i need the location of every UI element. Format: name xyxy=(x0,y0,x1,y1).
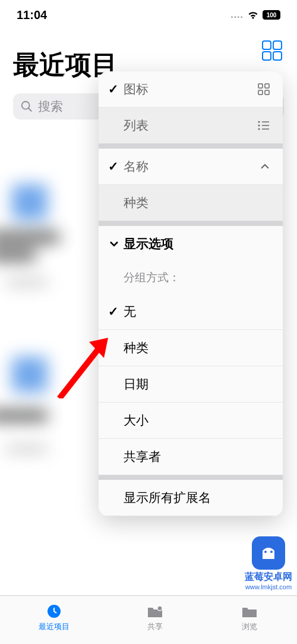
menu-group-date[interactable]: 日期 xyxy=(99,366,283,403)
svg-point-14 xyxy=(258,128,260,130)
menu-group-sharedby[interactable]: 共享者 xyxy=(99,439,283,475)
grid-icon xyxy=(260,39,284,62)
menu-view-icon[interactable]: ✓ 图标 xyxy=(99,71,283,108)
cellular-dots: .... xyxy=(230,10,244,20)
svg-point-10 xyxy=(258,121,260,123)
search-icon xyxy=(20,100,33,113)
folder-icon xyxy=(241,603,258,620)
options-menu: ✓ 图标 列表 ✓ 名称 种类 显示选项 分组方式： ✓ 无 种类 日期 大小 xyxy=(99,71,283,516)
status-time: 11:04 xyxy=(17,8,47,22)
svg-point-17 xyxy=(157,606,162,611)
svg-rect-6 xyxy=(258,84,263,88)
menu-group-kind[interactable]: 种类 xyxy=(99,330,283,366)
clock-icon xyxy=(45,603,63,620)
group-by-label: 分组方式： xyxy=(99,262,283,294)
watermark-name: 蓝莓安卓网 xyxy=(245,571,292,583)
menu-group-none[interactable]: ✓ 无 xyxy=(99,294,283,330)
svg-point-12 xyxy=(258,125,260,127)
menu-sort-name[interactable]: ✓ 名称 xyxy=(99,149,283,185)
battery-icon: 100 xyxy=(263,10,280,20)
search-placeholder: 搜索 xyxy=(38,98,63,115)
grid-small-icon xyxy=(257,82,271,96)
menu-separator xyxy=(99,475,283,480)
check-icon: ✓ xyxy=(108,304,124,319)
watermark-logo xyxy=(252,536,285,570)
android-icon xyxy=(258,542,279,564)
svg-rect-3 xyxy=(273,52,282,60)
svg-line-5 xyxy=(29,108,32,112)
svg-rect-8 xyxy=(258,90,263,95)
menu-group-size[interactable]: 大小 xyxy=(99,403,283,439)
menu-show-extensions[interactable]: 显示所有扩展名 xyxy=(99,480,283,516)
tab-browse[interactable]: 浏览 xyxy=(241,603,258,632)
svg-rect-9 xyxy=(265,90,269,95)
view-grid-button[interactable] xyxy=(260,39,284,62)
check-icon: ✓ xyxy=(108,159,124,174)
menu-separator xyxy=(99,221,283,226)
svg-rect-2 xyxy=(263,52,271,60)
tab-shared[interactable]: 共享 xyxy=(146,603,164,632)
chevron-up-icon xyxy=(259,164,271,169)
list-icon xyxy=(257,118,271,133)
menu-sort-kind[interactable]: 种类 xyxy=(99,185,283,221)
tab-bar: 最近项目 共享 浏览 xyxy=(0,595,297,644)
wifi-icon xyxy=(247,9,259,21)
chevron-down-icon xyxy=(108,241,120,247)
check-icon: ✓ xyxy=(108,82,124,96)
svg-rect-0 xyxy=(263,41,271,49)
menu-view-list[interactable]: 列表 xyxy=(99,108,283,144)
svg-rect-7 xyxy=(265,84,269,88)
svg-point-19 xyxy=(270,551,273,553)
svg-point-4 xyxy=(22,102,30,109)
watermark-url: www.lmkjst.com xyxy=(245,583,292,590)
menu-display-options-header[interactable]: 显示选项 xyxy=(99,226,283,262)
status-indicators: .... 100 xyxy=(230,9,280,21)
tab-recents[interactable]: 最近项目 xyxy=(39,603,69,632)
svg-rect-1 xyxy=(273,41,282,49)
watermark: 蓝莓安卓网 www.lmkjst.com xyxy=(245,536,292,590)
menu-separator xyxy=(99,144,283,149)
status-bar: 11:04 .... 100 xyxy=(0,0,297,30)
svg-point-18 xyxy=(264,551,267,553)
folder-shared-icon xyxy=(146,603,164,620)
